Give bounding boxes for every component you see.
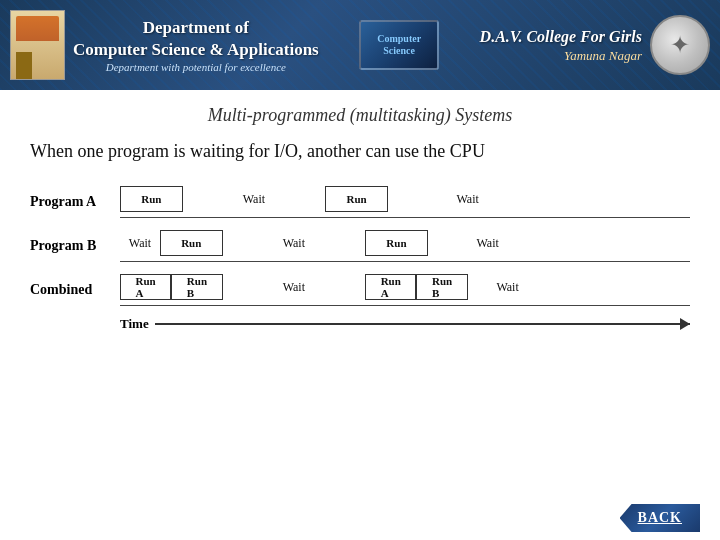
track-baseline-b [120, 261, 690, 262]
main-content: Multi-programmed (multitasking) Systems … [0, 90, 720, 352]
track-baseline-c [120, 305, 690, 306]
combined-row: Combined RunARunBWaitRunARunBWait [30, 270, 690, 310]
program-a-row: Program A RunWaitRunWait [30, 182, 690, 222]
segment-text: Wait [223, 233, 366, 253]
segment-box: Run [325, 186, 388, 212]
dept-title: Computer Science & Applications [73, 39, 319, 61]
dept-label: Department of [73, 17, 319, 39]
program-a-track: RunWaitRunWait [120, 184, 690, 220]
time-arrow [155, 323, 690, 325]
segment-text: Wait [120, 233, 160, 253]
program-b-row: Program B WaitRunWaitRunWait [30, 226, 690, 266]
back-button[interactable]: BACK [620, 504, 700, 532]
segment-box: Run [365, 230, 428, 256]
combined-track: RunARunBWaitRunARunBWait [120, 272, 690, 308]
slide-title-text: Multi-programmed (multitasking) Systems [208, 105, 512, 125]
segment-text: Wait [388, 189, 548, 209]
program-a-label: Program A [30, 194, 120, 210]
segment-text: Wait [223, 277, 366, 297]
cs-logo-text: ComputerScience [377, 33, 421, 57]
slide-description: When one program is waiting for I/O, ano… [30, 141, 690, 162]
dept-label-span: Department of [143, 18, 249, 37]
college-name: D.A.V. College For Girls [480, 26, 642, 48]
time-label: Time [120, 316, 149, 332]
segment-box: Run [160, 230, 223, 256]
college-name-span: D.A.V. College For Girls [480, 28, 642, 45]
program-b-track: WaitRunWaitRunWait [120, 228, 690, 264]
diagram-container: Program A RunWaitRunWait Program B WaitR… [30, 182, 690, 332]
cs-logo: ComputerScience [359, 20, 439, 70]
dept-title-span: Computer Science & Applications [73, 40, 319, 59]
segment-box: RunA [365, 274, 416, 300]
program-b-label: Program B [30, 238, 120, 254]
cs-logo-inner: ComputerScience [359, 20, 439, 70]
dept-info: Department of Computer Science & Applica… [73, 17, 319, 73]
header-center: ComputerScience [359, 20, 439, 70]
segment-text: Wait [183, 189, 326, 209]
time-label-text: Time [120, 316, 149, 331]
track-baseline-a [120, 217, 690, 218]
dept-subtitle-span: Department with potential for excellence [106, 61, 286, 73]
segment-box: RunA [120, 274, 171, 300]
dept-subtitle: Department with potential for excellence [73, 61, 319, 73]
college-info: D.A.V. College For Girls Yamuna Nagar [480, 26, 642, 64]
college-emblem [650, 15, 710, 75]
segment-text: Wait [428, 233, 548, 253]
segment-box: Run [120, 186, 183, 212]
slide-title: Multi-programmed (multitasking) Systems [30, 105, 690, 126]
segment-text: Wait [468, 277, 548, 297]
header-right: D.A.V. College For Girls Yamuna Nagar [480, 15, 710, 75]
header-banner: Department of Computer Science & Applica… [0, 0, 720, 90]
header-left: Department of Computer Science & Applica… [10, 10, 319, 80]
building-image [10, 10, 65, 80]
segment-box: RunB [416, 274, 467, 300]
slide-description-text: When one program is waiting for I/O, ano… [30, 141, 485, 161]
time-axis: Time [30, 316, 690, 332]
college-location-span: Yamuna Nagar [564, 48, 642, 63]
combined-label: Combined [30, 282, 120, 298]
college-location: Yamuna Nagar [480, 48, 642, 64]
segment-box: RunB [171, 274, 222, 300]
